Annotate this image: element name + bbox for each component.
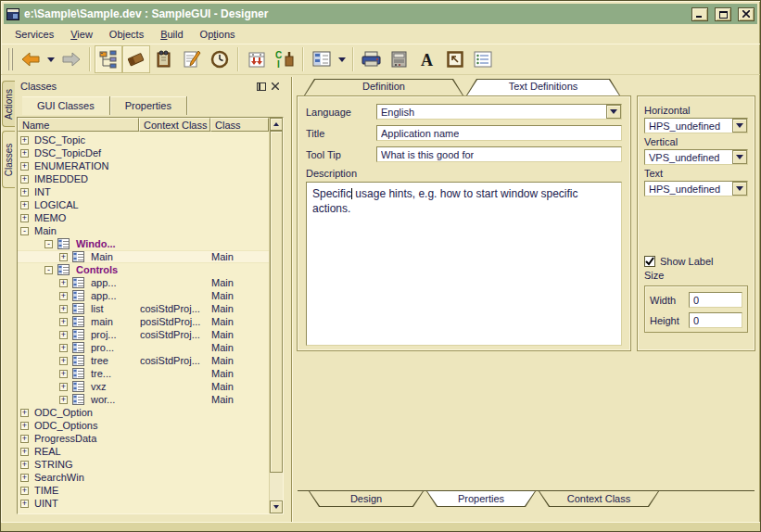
book-button[interactable] — [150, 45, 178, 73]
tree-row-uint[interactable]: +UINT — [18, 497, 269, 510]
menu-item-services[interactable]: Services — [6, 27, 62, 42]
scroll-up-button[interactable] — [270, 118, 283, 131]
language-combobox[interactable]: English — [376, 104, 622, 120]
expand-toggle-icon[interactable]: + — [20, 422, 29, 430]
expand-toggle-icon[interactable]: + — [20, 435, 29, 443]
scroll-down-button[interactable] — [270, 500, 283, 513]
title-input[interactable]: Application name — [376, 125, 622, 141]
tab-properties-left[interactable]: Properties — [110, 96, 187, 115]
list-view-button[interactable] — [469, 45, 497, 73]
tab-definition[interactable]: Definition — [304, 79, 463, 95]
column-header-name[interactable]: Name — [18, 118, 139, 132]
forward-button[interactable] — [57, 45, 85, 73]
clock-button[interactable] — [206, 45, 234, 73]
expand-toggle-icon[interactable]: + — [59, 357, 68, 365]
vertical-combobox[interactable]: VPS_undefined — [644, 149, 748, 165]
tree-row-time[interactable]: +TIME — [18, 484, 269, 497]
column-header-context-class[interactable]: Context Class — [139, 118, 210, 132]
minimize-button[interactable] — [691, 7, 708, 21]
tab-design[interactable]: Design — [309, 491, 424, 507]
font-button[interactable]: A — [413, 45, 441, 73]
expand-toggle-icon[interactable]: + — [59, 396, 68, 404]
expand-toggle-icon[interactable]: + — [20, 500, 29, 508]
text-combobox[interactable]: HPS_undefined — [644, 181, 748, 196]
menu-item-build[interactable]: Build — [152, 27, 191, 42]
menu-item-view[interactable]: View — [62, 27, 101, 42]
print-button[interactable] — [358, 45, 386, 73]
expand-toggle-icon[interactable]: + — [59, 318, 68, 326]
eraser-button[interactable] — [122, 45, 150, 73]
tree-row-app[interactable]: +app...Main — [18, 289, 269, 302]
menu-item-options[interactable]: Options — [192, 27, 244, 42]
dropdown-button[interactable] — [732, 182, 747, 196]
form-select-button[interactable] — [308, 45, 336, 73]
tree-row-progressdata[interactable]: +ProgressData — [18, 432, 269, 445]
show-label-checkbox[interactable] — [644, 256, 655, 267]
expand-toggle-icon[interactable]: + — [59, 253, 68, 261]
tooltip-input[interactable]: What is this good for — [376, 146, 622, 162]
image-link-button[interactable] — [441, 45, 469, 73]
expand-toggle-icon[interactable]: + — [20, 136, 29, 145]
tree-row-logical[interactable]: +LOGICAL — [18, 198, 269, 211]
toolbar-grip[interactable] — [7, 48, 13, 70]
tree-row-vxz[interactable]: +vxzMain — [18, 380, 269, 393]
tree-row-main[interactable]: +mainposiStdProj...Main — [18, 315, 269, 328]
tree-row-memo[interactable]: +MEMO — [18, 211, 269, 224]
description-textarea[interactable]: Specific usage hints, e.g. how to start … — [306, 182, 622, 346]
tab-text-definitions[interactable]: Text Definitions — [466, 79, 620, 95]
expand-toggle-icon[interactable]: + — [20, 461, 29, 469]
tree-row-pro[interactable]: +pro...Main — [18, 341, 269, 354]
dock-tab-actions[interactable]: Actions — [2, 81, 15, 127]
expand-toggle-icon[interactable]: + — [59, 305, 68, 313]
tree-row-main[interactable]: -Main — [18, 224, 269, 237]
close-button[interactable] — [738, 7, 755, 21]
expand-toggle-icon[interactable]: + — [59, 383, 68, 391]
menu-item-objects[interactable]: Objects — [101, 27, 152, 42]
tree-row-dsc-topic[interactable]: +DSC_Topic — [18, 133, 269, 146]
expand-toggle-icon[interactable]: + — [20, 201, 29, 209]
tree-row-tre[interactable]: +tre...Main — [18, 367, 269, 380]
class-hierarchy-button[interactable] — [95, 45, 122, 73]
scrollbar-thumb[interactable] — [270, 131, 283, 473]
expand-toggle-icon[interactable]: + — [20, 188, 29, 196]
expand-toggle-icon[interactable]: + — [59, 331, 68, 339]
back-button[interactable] — [17, 45, 44, 73]
expand-toggle-icon[interactable]: - — [44, 240, 53, 248]
tree-row-windo[interactable]: -Windo... — [18, 237, 269, 250]
expand-toggle-icon[interactable]: + — [59, 344, 68, 352]
form-select-dropdown-button[interactable] — [336, 45, 349, 73]
expand-toggle-icon[interactable]: + — [59, 370, 68, 378]
class-interface-button[interactable]: CI — [271, 45, 298, 73]
tree-row-enumeration[interactable]: +ENUMERATION — [18, 159, 269, 172]
title-bar[interactable]: e:\Sample\Sample.dev : SampleGUI - Desig… — [4, 4, 757, 24]
maximize-button[interactable] — [715, 7, 731, 21]
device-button[interactable] — [386, 45, 413, 73]
tab-properties-bottom[interactable]: Properties — [426, 491, 536, 507]
expand-toggle-icon[interactable]: + — [59, 279, 68, 287]
expand-toggle-icon[interactable]: + — [20, 448, 29, 456]
expand-toggle-icon[interactable]: + — [20, 474, 29, 482]
tree-row-imbedded[interactable]: +IMBEDDED — [18, 172, 269, 185]
tree-row-odc-options[interactable]: +ODC_Options — [18, 419, 269, 432]
dropdown-button[interactable] — [732, 150, 747, 164]
expand-toggle-icon[interactable]: - — [20, 227, 29, 235]
expand-toggle-icon[interactable]: + — [20, 409, 29, 417]
width-input[interactable]: 0 — [689, 292, 742, 308]
float-panel-button[interactable] — [254, 81, 268, 93]
tree-row-proj[interactable]: +proj...cosiStdProj...Main — [18, 328, 269, 341]
tab-gui-classes[interactable]: GUI Classes — [22, 96, 110, 115]
tree-scrollbar[interactable] — [269, 118, 283, 513]
tree-row-app[interactable]: +app...Main — [18, 276, 269, 289]
expand-toggle-icon[interactable]: + — [20, 149, 29, 158]
close-panel-button[interactable] — [268, 81, 282, 93]
dropdown-button[interactable] — [606, 105, 621, 119]
calendar-transfer-button[interactable] — [243, 45, 271, 73]
tree-row-int[interactable]: +INT — [18, 185, 269, 198]
tree-row-main[interactable]: +MainMain — [18, 250, 269, 263]
expand-toggle-icon[interactable]: + — [59, 292, 68, 300]
tree-row-dsc-topicdef[interactable]: +DSC_TopicDef — [18, 146, 269, 159]
expand-toggle-icon[interactable]: + — [20, 214, 29, 222]
expand-toggle-icon[interactable]: + — [20, 487, 29, 495]
tree-row-list[interactable]: +listcosiStdProj...Main — [18, 302, 269, 315]
tab-context-class[interactable]: Context Class — [539, 491, 659, 507]
